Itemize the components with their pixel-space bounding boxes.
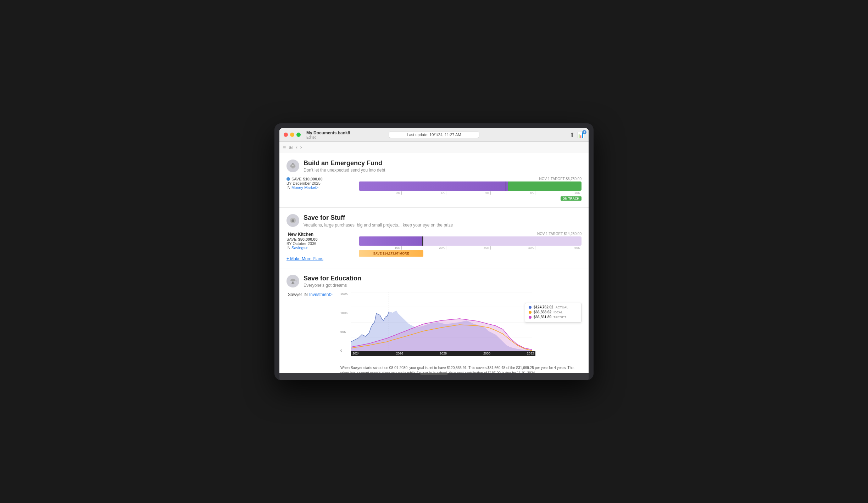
chart-legend: $124,762.02 ACTUAL $66,568.62 IDEAL — [525, 303, 582, 323]
x-label-2030: 2030 — [483, 352, 490, 355]
forward-icon[interactable]: › — [300, 144, 302, 150]
goal-chart-stuff: NOV 1 TARGET $14,250.00 10K | 20K | 30K … — [359, 232, 582, 257]
goal-subtitle-edu: Everyone's got dreams — [304, 283, 361, 288]
goal-subtitle-stuff: Vacations, large purchases, big and smal… — [304, 223, 453, 228]
x-label-2028: 2028 — [440, 352, 447, 355]
save-more-bar: SAVE $14,173.97 MORE — [359, 250, 423, 257]
x-label-2032: 2032 — [527, 352, 534, 355]
goal-save-label-stuff: SAVE $50,000.00 — [286, 237, 350, 241]
traffic-lights — [284, 133, 301, 137]
svg-marker-8 — [290, 278, 296, 281]
svg-rect-11 — [296, 280, 296, 282]
goal-icon-stuff — [286, 214, 299, 227]
legend-ideal-label: IDEAL — [553, 311, 563, 314]
goal-save-label-emergency: SAVE $10,000.00 — [286, 177, 350, 181]
goal-by-emergency: BY December 2025 — [286, 181, 350, 185]
goal-details-stuff: New Kitchen SAVE $50,000.00 BY October 2… — [286, 232, 582, 262]
titlebar: My Documents.bank8 Edited Last update: 1… — [279, 128, 589, 142]
edu-chart: 150K 100K 50K 0 — [340, 292, 582, 363]
bar-top-stuff — [359, 236, 582, 246]
bar-emergency — [359, 181, 582, 191]
chart-wrapper-edu: 150K 100K 50K 0 — [340, 292, 582, 373]
goal-details-emergency: SAVE $10,000.00 BY December 2025 IN Mone… — [286, 177, 582, 201]
target-line-stuff — [422, 236, 423, 246]
bar-bottom-stuff: SAVE $14,173.97 MORE — [359, 250, 582, 257]
svg-point-2 — [292, 164, 294, 166]
legend-actual: $124,762.02 ACTUAL — [529, 305, 578, 309]
goal-save-stuff: Save for Stuff Vacations, large purchase… — [279, 208, 589, 268]
svg-rect-7 — [292, 219, 294, 220]
back-icon[interactable]: ‹ — [296, 144, 297, 150]
gear-dot — [286, 177, 290, 181]
svg-rect-1 — [292, 163, 294, 164]
ideal-dot — [529, 311, 532, 314]
goal-subtitle-emergency: Don't let the unexpected send you into d… — [304, 168, 385, 173]
account-link-edu[interactable]: Investment> — [309, 292, 333, 297]
laptop-frame: My Documents.bank8 Edited Last update: 1… — [274, 123, 594, 380]
goal-info-stuff: New Kitchen SAVE $50,000.00 BY October 2… — [286, 232, 350, 262]
axis-labels-emergency: 2K | 4K | 6K | 8K | 10K — [359, 191, 582, 195]
y-label-100k: 100K — [340, 311, 351, 315]
goal-in-stuff: IN Savings> — [286, 246, 350, 250]
y-label-50k: 50K — [340, 330, 351, 334]
goal-header-edu: Save for Education Everyone's got dreams — [286, 275, 582, 288]
bar-wrapper-stuff — [359, 236, 582, 246]
laptop-base — [279, 373, 589, 380]
goal-chart-emergency: NOV 1 TARGET $6,750.00 — [359, 177, 582, 201]
chart-description: When Sawyer starts school on 08-01-2030,… — [340, 365, 582, 373]
goal-header-stuff: Save for Stuff Vacations, large purchase… — [286, 214, 582, 228]
svg-point-4 — [294, 167, 295, 168]
minimize-button[interactable] — [290, 133, 294, 137]
goal-emergency-fund: Build an Emergency Fund Don't let the un… — [279, 153, 589, 208]
list-icon[interactable]: ≡ — [283, 144, 286, 150]
goal-save-amount-emergency: $10,000.00 — [303, 177, 323, 181]
svg-rect-10 — [291, 283, 294, 284]
x-label-2024: 2024 — [352, 352, 360, 355]
svg-point-3 — [291, 167, 293, 168]
edu-info: Sawyer IN Investment> — [286, 292, 336, 297]
legend-target-value: $66,561.89 — [534, 315, 551, 319]
bar-fill-purple-stuff — [359, 236, 423, 246]
goal-save-amount-stuff: $50,000.00 — [298, 237, 318, 241]
goal-header-emergency: Build an Emergency Fund Don't let the un… — [286, 160, 582, 173]
laptop-screen: My Documents.bank8 Edited Last update: 1… — [279, 128, 589, 373]
legend-actual-label: ACTUAL — [556, 306, 568, 309]
y-label-0: 0 — [340, 349, 351, 352]
legend-ideal-value: $66,568.62 — [534, 310, 551, 314]
goal-name-stuff: New Kitchen — [286, 232, 350, 237]
filename: My Documents.bank8 — [306, 130, 350, 135]
axis-labels-stuff: 10K | 20K | 30K | 40K | 50K — [359, 246, 582, 250]
legend-target: $66,561.89 TARGET — [529, 315, 578, 319]
chart-icon[interactable]: 📊 4 — [577, 132, 584, 138]
target-dot — [529, 316, 532, 319]
fullscreen-button[interactable] — [296, 133, 301, 137]
laptop-notch — [420, 373, 448, 375]
target-label-emergency: NOV 1 TARGET $6,750.00 — [359, 177, 582, 181]
legend-ideal: $66,568.62 IDEAL — [529, 310, 578, 314]
y-label-150k: 150K — [340, 292, 351, 296]
goal-title-edu: Save for Education — [304, 275, 361, 283]
goal-by-stuff: BY October 2036 — [286, 241, 350, 246]
grid-icon[interactable]: ⊞ — [289, 144, 293, 150]
account-link-stuff[interactable]: Savings> — [291, 246, 308, 250]
goal-in-emergency: IN Money Market> — [286, 185, 350, 190]
target-label-stuff: NOV 1 TARGET $14,250.00 — [359, 232, 582, 236]
save-more-label: SAVE $14,173.97 MORE — [373, 252, 409, 255]
bar-fill-green-emergency — [508, 181, 582, 191]
goal-icon-edu — [286, 275, 299, 287]
edu-details: Sawyer IN Investment> 150K 100K 50K — [286, 292, 582, 373]
share-icon[interactable]: ⬆ — [570, 132, 574, 138]
make-more-plans-link[interactable]: + Make More Plans — [286, 256, 323, 261]
edu-person: Sawyer IN Investment> — [286, 292, 336, 297]
bar-fill-purple-emergency — [359, 181, 508, 191]
file-status: Edited — [306, 135, 350, 139]
goal-title-emergency: Build an Emergency Fund — [304, 160, 385, 167]
x-label-2026: 2026 — [396, 352, 403, 355]
close-button[interactable] — [284, 133, 288, 137]
actual-dot — [529, 306, 532, 309]
account-link-emergency[interactable]: Money Market> — [291, 185, 318, 190]
y-axis: 150K 100K 50K 0 — [340, 292, 351, 352]
goal-icon-emergency — [286, 160, 299, 172]
goal-title-stuff: Save for Stuff — [304, 214, 453, 222]
edu-chart-svg — [351, 292, 532, 352]
